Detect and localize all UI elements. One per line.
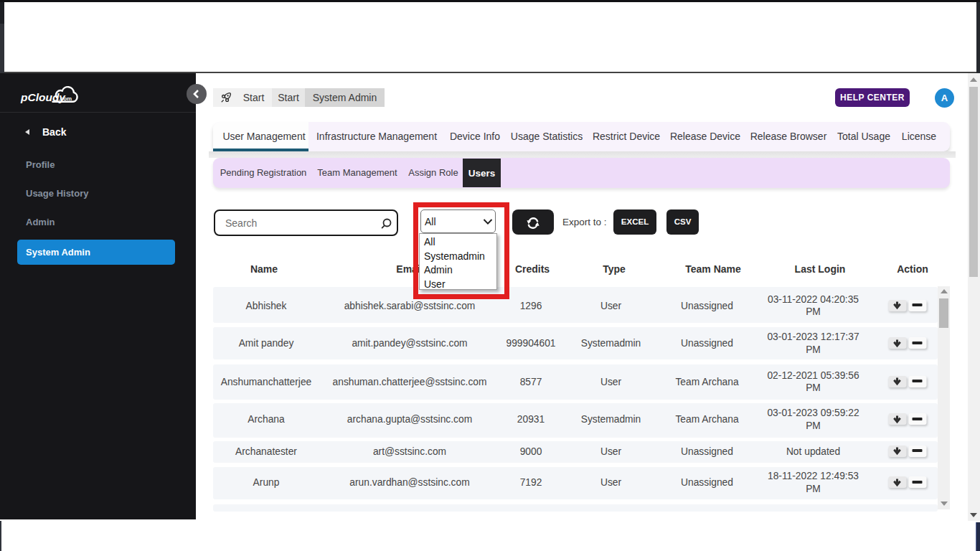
svg-text:.com: .com xyxy=(59,95,72,102)
